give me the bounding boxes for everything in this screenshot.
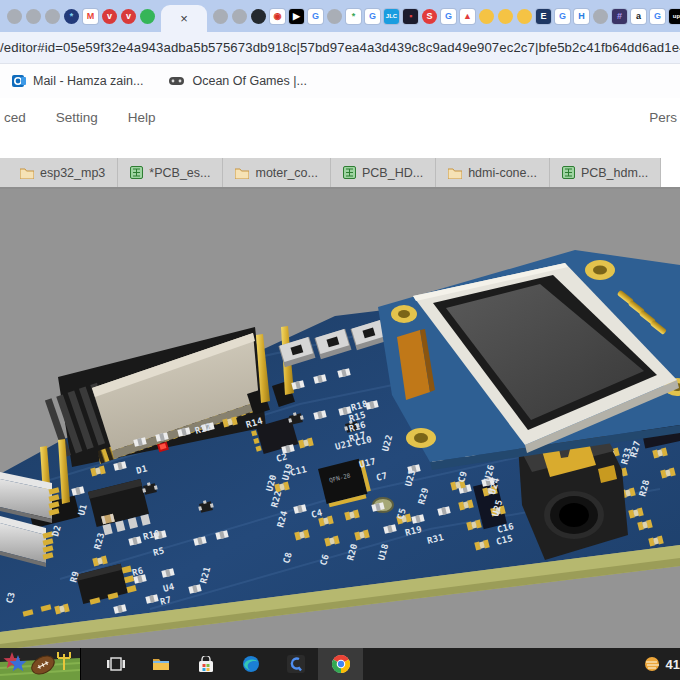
- generic-tab[interactable]: [213, 9, 228, 24]
- tab-label: PCB_HD...: [362, 166, 423, 180]
- address-bar[interactable]: /editor#id=05e59f32e4a943adba5b575673db9…: [0, 32, 680, 64]
- tab-pcb-hdm[interactable]: PCB_hdm...: [550, 158, 661, 187]
- file-explorer-button[interactable]: [138, 648, 183, 680]
- emoji-tab[interactable]: [498, 9, 513, 24]
- folder-icon: [235, 167, 249, 179]
- temperature-label: 41: [666, 657, 680, 672]
- menu-item-advanced[interactable]: ced: [4, 110, 26, 125]
- emoji-tab[interactable]: [517, 9, 532, 24]
- tab-hdmi-cone[interactable]: hdmi-cone...: [436, 158, 550, 187]
- edge-button[interactable]: [228, 648, 273, 680]
- red-app-tab[interactable]: v: [102, 9, 117, 24]
- blue-h-tab[interactable]: H: [574, 9, 589, 24]
- folder-icon: [448, 167, 462, 179]
- bookmark-mail[interactable]: Mail - Hamza zain...: [12, 74, 143, 88]
- generic-tab[interactable]: [593, 9, 608, 24]
- tab-label: hdmi-cone...: [468, 166, 537, 180]
- gamepad-icon: [169, 75, 185, 87]
- google-tab[interactable]: G: [555, 9, 570, 24]
- active-browser-tab[interactable]: ×: [161, 5, 207, 32]
- google-tab[interactable]: G: [365, 9, 380, 24]
- jlcpcb-tab[interactable]: JLC: [384, 9, 399, 24]
- browser-tab-strip: *Mvv × ◉▶G*GJLC▪SG▲EGH#aGupR: [0, 0, 680, 32]
- bookmark-games[interactable]: Ocean Of Games |...: [169, 74, 306, 88]
- pinwheel-tab[interactable]: *: [64, 9, 79, 24]
- pcb-file-icon: [343, 166, 356, 179]
- red-s-tab[interactable]: S: [422, 9, 437, 24]
- navy-e-tab[interactable]: E: [536, 9, 551, 24]
- menu-item-help[interactable]: Help: [128, 110, 156, 125]
- bookmark-label: Mail - Hamza zain...: [33, 74, 143, 88]
- tab-label: moter_co...: [255, 166, 318, 180]
- url-text: /editor#id=05e59f32e4a943adba5b575673db9…: [0, 40, 680, 55]
- sun-haze-icon: [644, 656, 661, 672]
- chrome-button[interactable]: [318, 648, 363, 680]
- green-flower-tab[interactable]: *: [346, 9, 361, 24]
- tab-favicons-right: ◉▶G*GJLC▪SG▲EGH#aGupR: [211, 9, 680, 24]
- pcb-3d-render: QFN-28 R12R14D1C2C11U20R22U19R18R15R16R1…: [0, 189, 680, 648]
- tab-label: *PCB_es...: [149, 166, 210, 180]
- close-icon[interactable]: ×: [180, 11, 188, 26]
- tab-pcb-es[interactable]: *PCB_es...: [118, 158, 223, 187]
- bookmarks-bar: Mail - Hamza zain... Ocean Of Games |...: [0, 64, 680, 98]
- pcb-file-icon: [130, 166, 143, 179]
- google-tab[interactable]: G: [308, 9, 323, 24]
- pcb-file-icon: [562, 166, 575, 179]
- game-window-thumbnail[interactable]: [0, 648, 81, 680]
- tab-label: PCB_hdm...: [581, 166, 648, 180]
- outlook-icon: [12, 74, 26, 88]
- chart-tab[interactable]: ▲: [460, 9, 475, 24]
- menu-item-personal[interactable]: Pers: [649, 110, 677, 125]
- tab-3d-view[interactable]: 3D View: [661, 158, 680, 187]
- document-tab-bar: esp32_mp3 *PCB_es... moter_co... PCB_HD.…: [0, 158, 680, 189]
- tab-moter-co[interactable]: moter_co...: [223, 158, 331, 187]
- windows-taskbar: 41: [0, 648, 680, 680]
- amazon-tab[interactable]: a: [631, 9, 646, 24]
- green-bolt-tab[interactable]: [140, 9, 155, 24]
- red-app-tab[interactable]: v: [121, 9, 136, 24]
- generic-tab[interactable]: [7, 9, 22, 24]
- menu-item-setting[interactable]: Setting: [56, 110, 98, 125]
- dark-red-tab[interactable]: ▪: [403, 9, 418, 24]
- google-tab[interactable]: G: [441, 9, 456, 24]
- generic-tab[interactable]: [45, 9, 60, 24]
- blue-app-button[interactable]: [273, 648, 318, 680]
- emoji-tab[interactable]: [479, 9, 494, 24]
- red-spiral-tab[interactable]: ◉: [270, 9, 285, 24]
- gmail-tab[interactable]: M: [83, 9, 98, 24]
- editor-menu-bar: ced Setting Help Pers: [0, 98, 680, 158]
- black-up-tab[interactable]: up: [669, 9, 680, 24]
- tab-pcb-hd[interactable]: PCB_HD...: [331, 158, 436, 187]
- folder-icon: [20, 167, 34, 179]
- github-tab[interactable]: [251, 9, 266, 24]
- bookmark-label: Ocean Of Games |...: [192, 74, 306, 88]
- task-view-button[interactable]: [93, 648, 138, 680]
- purple-box-tab[interactable]: #: [612, 9, 627, 24]
- play-tab[interactable]: ▶: [289, 9, 304, 24]
- tab-favicons-left: *Mvv: [5, 9, 157, 24]
- 3d-viewport[interactable]: QFN-28 R12R14D1C2C11U20R22U19R18R15R16R1…: [0, 189, 680, 648]
- google-tab[interactable]: G: [650, 9, 665, 24]
- ms-store-button[interactable]: [183, 648, 228, 680]
- generic-tab[interactable]: [327, 9, 342, 24]
- generic-tab[interactable]: [26, 9, 41, 24]
- tab-esp32-mp3[interactable]: esp32_mp3: [8, 158, 118, 187]
- weather-widget[interactable]: 41: [644, 656, 680, 672]
- tab-label: esp32_mp3: [40, 166, 105, 180]
- generic-tab[interactable]: [232, 9, 247, 24]
